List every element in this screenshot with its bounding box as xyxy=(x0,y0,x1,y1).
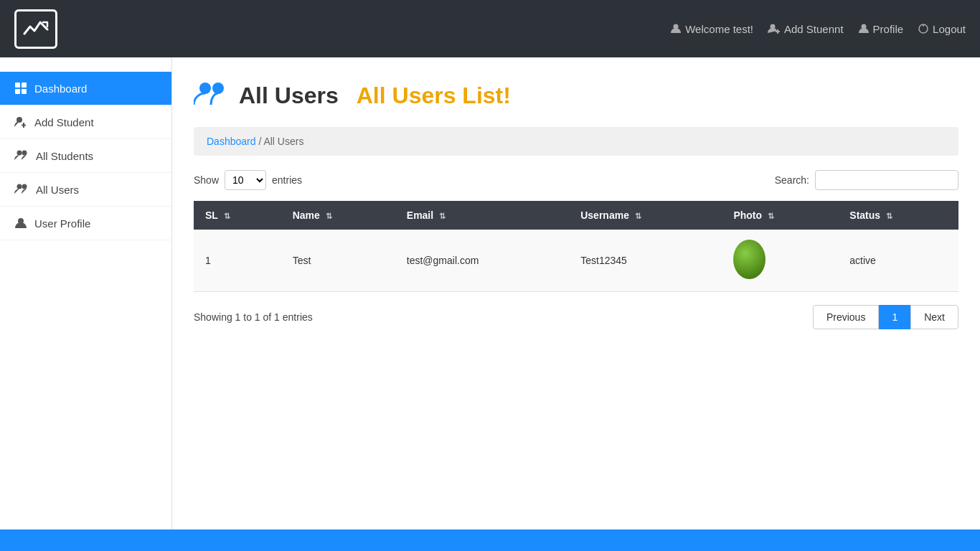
layout: Dashboard Add Student All Students All U… xyxy=(0,57,980,529)
cell-email: test@gmail.com xyxy=(395,230,569,292)
logo-icon xyxy=(14,9,57,49)
pagination-buttons: Previous 1 Next xyxy=(813,305,958,329)
col-sl[interactable]: SL ⇅ xyxy=(194,201,281,230)
svg-point-17 xyxy=(22,184,27,189)
breadcrumb: Dashboard / All Users xyxy=(194,127,958,156)
avatar xyxy=(733,240,765,279)
sidebar-item-user-profile[interactable]: User Profile xyxy=(0,207,171,240)
sidebar-item-add-student-label: Add Student xyxy=(34,116,94,128)
svg-rect-7 xyxy=(15,83,20,88)
page-1-button[interactable]: 1 xyxy=(879,305,910,329)
welcome-text: Welcome test! xyxy=(670,23,753,35)
cell-sl: 1 xyxy=(194,230,281,292)
navbar-right: Welcome test! Add Stuennt Profile Logout xyxy=(670,23,966,35)
sidebar: Dashboard Add Student All Students All U… xyxy=(0,57,172,529)
sidebar-item-all-users[interactable]: All Users xyxy=(0,173,171,207)
table-head: SL ⇅ Name ⇅ Email ⇅ Username ⇅ xyxy=(194,201,958,230)
breadcrumb-current: All Users xyxy=(263,136,303,147)
pagination-area: Showing 1 to 1 of 1 entries Previous 1 N… xyxy=(194,305,958,329)
svg-point-14 xyxy=(17,151,22,156)
svg-point-16 xyxy=(17,184,22,189)
search-input[interactable] xyxy=(815,170,958,190)
sort-icon-name: ⇅ xyxy=(326,212,332,220)
logout-nav-link[interactable]: Logout xyxy=(918,23,966,35)
sort-icon-email: ⇅ xyxy=(439,212,446,220)
breadcrumb-home-link[interactable]: Dashboard xyxy=(207,136,256,147)
sort-icon-status: ⇅ xyxy=(886,212,892,220)
table-row: 1 Test test@gmail.com Test12345 active xyxy=(194,230,958,292)
sidebar-item-dashboard-label: Dashboard xyxy=(34,83,87,95)
cell-status: active xyxy=(838,230,958,292)
table-controls: Show 10 25 50 100 entries Search: xyxy=(194,170,958,190)
pagination-info: Showing 1 to 1 of 1 entries xyxy=(194,311,313,323)
col-email[interactable]: Email ⇅ xyxy=(395,201,569,230)
sidebar-item-all-students-label: All Students xyxy=(36,150,93,162)
show-label: Show xyxy=(194,174,219,186)
col-username[interactable]: Username ⇅ xyxy=(569,201,722,230)
sort-icon-username: ⇅ xyxy=(635,212,641,220)
sidebar-item-dashboard[interactable]: Dashboard xyxy=(0,72,171,105)
page-title-main: All Users xyxy=(239,83,339,109)
search-group: Search: xyxy=(775,170,958,190)
next-button[interactable]: Next xyxy=(910,305,958,329)
sort-icon-sl: ⇅ xyxy=(224,212,230,220)
navbar: Welcome test! Add Stuennt Profile Logout xyxy=(0,0,980,57)
entries-label: entries xyxy=(272,174,302,186)
show-entries-group: Show 10 25 50 100 entries xyxy=(194,170,302,190)
sidebar-item-user-profile-label: User Profile xyxy=(34,217,90,230)
sidebar-item-all-users-label: All Users xyxy=(36,184,79,196)
table-body: 1 Test test@gmail.com Test12345 active xyxy=(194,230,958,292)
entries-select[interactable]: 10 25 50 100 xyxy=(225,170,266,190)
search-label: Search: xyxy=(775,174,809,186)
svg-rect-8 xyxy=(22,83,27,88)
svg-rect-10 xyxy=(22,89,27,94)
cell-photo xyxy=(722,230,838,292)
data-table: SL ⇅ Name ⇅ Email ⇅ Username ⇅ xyxy=(194,201,958,292)
sidebar-item-all-students[interactable]: All Students xyxy=(0,139,171,173)
page-title-sub: All Users List! xyxy=(357,83,511,109)
svg-point-15 xyxy=(22,151,27,156)
sort-icon-photo: ⇅ xyxy=(768,212,774,220)
add-student-nav-link[interactable]: Add Stuennt xyxy=(768,23,844,35)
previous-button[interactable]: Previous xyxy=(813,305,879,329)
col-name[interactable]: Name ⇅ xyxy=(281,201,395,230)
page-header-icon xyxy=(194,79,228,113)
col-photo[interactable]: Photo ⇅ xyxy=(722,201,838,230)
brand-logo[interactable] xyxy=(14,9,57,49)
footer-bar xyxy=(0,529,980,551)
svg-rect-9 xyxy=(15,89,20,94)
page-header: All Users All Users List! xyxy=(194,79,958,113)
cell-username: Test12345 xyxy=(569,230,722,292)
main-content: All Users All Users List! Dashboard / Al… xyxy=(172,57,980,529)
col-status[interactable]: Status ⇅ xyxy=(838,201,958,230)
profile-nav-link[interactable]: Profile xyxy=(858,23,904,35)
sidebar-item-add-student[interactable]: Add Student xyxy=(0,105,171,139)
cell-name: Test xyxy=(281,230,395,292)
